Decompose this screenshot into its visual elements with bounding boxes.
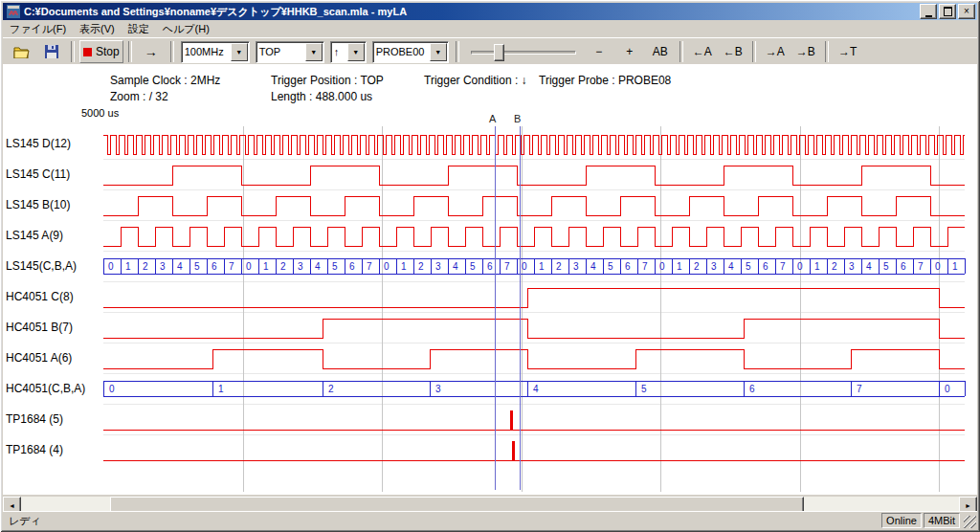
- svg-text:0: 0: [945, 384, 950, 394]
- svg-text:0: 0: [797, 261, 803, 272]
- svg-text:3: 3: [435, 261, 441, 272]
- status-ready-text: レディ: [3, 514, 881, 528]
- channel-label[interactable]: TP1684 (5): [6, 410, 63, 429]
- svg-text:1: 1: [218, 384, 224, 394]
- svg-text:5: 5: [883, 261, 889, 272]
- resize-grip[interactable]: [964, 516, 976, 528]
- svg-text:7: 7: [642, 261, 648, 272]
- channel-label[interactable]: LS145 B(10): [6, 195, 70, 214]
- svg-text:6: 6: [625, 261, 631, 272]
- svg-text:1: 1: [263, 261, 269, 272]
- svg-text:7: 7: [367, 261, 372, 272]
- svg-text:4: 4: [590, 261, 596, 272]
- status-memory-badge: 4MBit: [924, 513, 960, 528]
- channel-label[interactable]: TP1684 (4): [6, 440, 63, 459]
- svg-text:5: 5: [746, 261, 751, 272]
- app-window: C:¥Documents and Settings¥noname¥デスクトップ¥…: [0, 0, 980, 532]
- svg-text:0: 0: [109, 384, 115, 394]
- horizontal-scrollbar[interactable]: ◄ ►: [3, 497, 977, 512]
- svg-text:3: 3: [160, 261, 166, 272]
- svg-text:2: 2: [418, 261, 424, 272]
- svg-text:0: 0: [659, 261, 665, 272]
- svg-text:7: 7: [504, 261, 510, 272]
- channel-label[interactable]: HC4051(C,B,A): [6, 379, 85, 398]
- cursor-b-label[interactable]: B: [514, 113, 521, 124]
- channel-label[interactable]: LS145 A(9): [6, 226, 63, 245]
- svg-text:6: 6: [749, 384, 755, 394]
- svg-text:7: 7: [229, 261, 234, 272]
- svg-text:1: 1: [401, 261, 407, 272]
- svg-text:0: 0: [384, 261, 390, 272]
- svg-text:2: 2: [280, 261, 286, 272]
- svg-text:1: 1: [125, 261, 131, 272]
- svg-text:4: 4: [315, 261, 321, 272]
- svg-text:1: 1: [814, 261, 820, 272]
- svg-text:1: 1: [677, 261, 682, 272]
- svg-text:5: 5: [470, 261, 476, 272]
- svg-text:3: 3: [711, 261, 717, 272]
- status-online-badge: Online: [881, 513, 922, 528]
- svg-text:6: 6: [349, 261, 355, 272]
- svg-text:0: 0: [522, 261, 527, 272]
- svg-text:2: 2: [556, 261, 562, 272]
- svg-text:2: 2: [694, 261, 700, 272]
- svg-text:4: 4: [866, 261, 872, 272]
- svg-text:6: 6: [763, 261, 768, 272]
- svg-text:5: 5: [641, 384, 647, 394]
- svg-text:5: 5: [194, 261, 200, 272]
- svg-text:4: 4: [453, 261, 458, 272]
- channel-label[interactable]: LS145 D(12): [6, 134, 71, 153]
- svg-text:6: 6: [901, 261, 906, 272]
- svg-text:3: 3: [849, 261, 855, 272]
- svg-text:4: 4: [728, 261, 734, 272]
- svg-text:4: 4: [177, 261, 183, 272]
- svg-text:7: 7: [857, 384, 862, 394]
- channel-label[interactable]: HC4051 B(7): [6, 318, 73, 337]
- channel-label[interactable]: LS145(C,B,A): [6, 256, 77, 276]
- channel-label[interactable]: HC4051 A(6): [6, 348, 72, 367]
- svg-text:6: 6: [487, 261, 493, 272]
- channel-label[interactable]: HC4051 C(8): [6, 287, 74, 306]
- svg-text:3: 3: [298, 261, 303, 272]
- svg-text:0: 0: [246, 261, 252, 272]
- svg-text:1: 1: [952, 261, 958, 272]
- svg-text:2: 2: [143, 261, 148, 272]
- svg-text:6: 6: [212, 261, 217, 272]
- svg-text:5: 5: [608, 261, 613, 272]
- svg-text:7: 7: [918, 261, 924, 272]
- cursor-a-label[interactable]: A: [489, 113, 496, 124]
- svg-text:2: 2: [832, 261, 837, 272]
- svg-text:0: 0: [935, 261, 941, 272]
- svg-text:7: 7: [780, 261, 786, 272]
- svg-text:5: 5: [332, 261, 338, 272]
- svg-text:3: 3: [435, 384, 441, 394]
- waveform-canvas[interactable]: 0123456701234567012345670123456701234567…: [0, 0, 980, 532]
- channel-label[interactable]: LS145 C(11): [6, 165, 70, 184]
- svg-text:0: 0: [108, 261, 114, 272]
- svg-text:2: 2: [328, 384, 334, 394]
- svg-text:1: 1: [539, 261, 545, 272]
- status-bar: レディ Online 4MBit: [3, 511, 977, 529]
- scrollbar-track[interactable]: [21, 497, 959, 512]
- svg-text:3: 3: [573, 261, 579, 272]
- svg-text:4: 4: [533, 384, 539, 394]
